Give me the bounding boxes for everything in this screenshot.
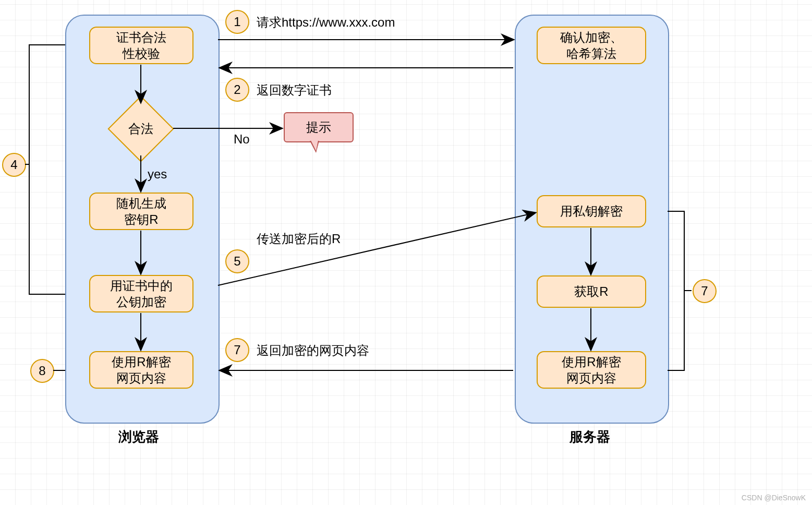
badge-2: 2 bbox=[225, 78, 249, 102]
svg-line-7 bbox=[218, 213, 535, 285]
label-no: No bbox=[234, 132, 250, 147]
badge-right-7: 7 bbox=[693, 279, 717, 303]
label-yes: yes bbox=[148, 167, 167, 182]
node-decrypt-priv: 用私钥解密 bbox=[537, 195, 646, 227]
node-decision-label: 合法 bbox=[110, 103, 172, 155]
label-msg-5: 传送加密后的R bbox=[257, 231, 341, 247]
label-msg-2: 返回数字证书 bbox=[257, 82, 332, 99]
label-msg-7: 返回加密的网页内容 bbox=[257, 342, 369, 359]
node-cert-check: 证书合法 性校验 bbox=[89, 27, 193, 64]
watermark: CSDN @DieSnowK bbox=[742, 494, 806, 502]
label-msg-1: 请求https://www.xxx.com bbox=[257, 14, 395, 31]
node-encrypt: 用证书中的 公钥加密 bbox=[89, 275, 193, 312]
node-gen-key: 随机生成 密钥R bbox=[89, 193, 193, 230]
badge-1: 1 bbox=[225, 10, 249, 34]
node-get-r: 获取R bbox=[537, 275, 646, 308]
node-confirm-algo: 确认加密、 哈希算法 bbox=[537, 27, 646, 64]
badge-5: 5 bbox=[225, 249, 249, 273]
callout-hint: 提示 bbox=[284, 112, 354, 142]
browser-pane-label: 浏览器 bbox=[118, 428, 159, 446]
node-decision: 合法 bbox=[110, 103, 172, 155]
node-encode-page: 使用R解密 网页内容 bbox=[537, 351, 646, 389]
badge-left-4: 4 bbox=[2, 153, 26, 177]
badge-left-8: 8 bbox=[30, 359, 54, 383]
server-pane-label: 服务器 bbox=[569, 428, 610, 446]
node-decrypt-page: 使用R解密 网页内容 bbox=[89, 351, 193, 389]
badge-7: 7 bbox=[225, 338, 249, 362]
